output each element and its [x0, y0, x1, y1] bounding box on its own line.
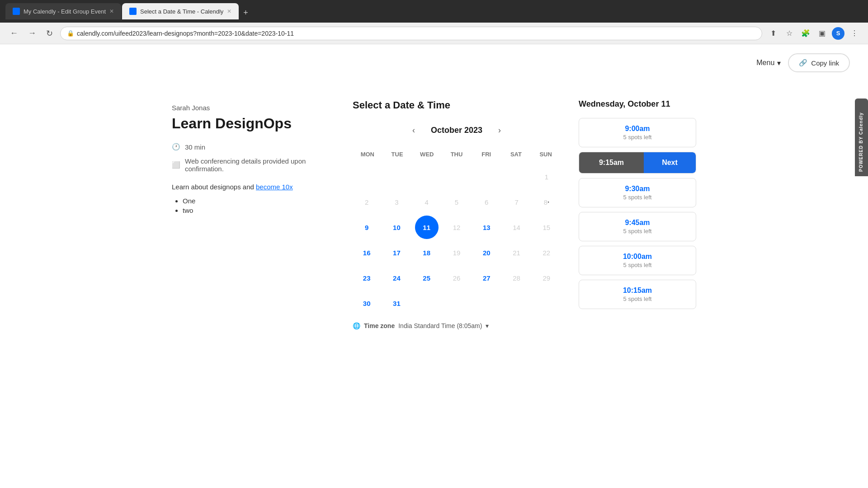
- calendar-day-selected[interactable]: 11: [415, 216, 439, 239]
- calendar-day-available[interactable]: 23: [355, 266, 378, 290]
- next-button[interactable]: Next: [644, 152, 696, 173]
- time-slot[interactable]: 10:15am 5 spots left: [579, 280, 696, 309]
- calendar-day-inactive: 15: [535, 216, 558, 239]
- copy-link-button[interactable]: 🔗 Copy link: [788, 53, 850, 72]
- organizer-name: Sarah Jonas: [172, 104, 326, 112]
- calendar-day-inactive: 8●: [535, 190, 558, 214]
- browser-tabs: My Calendly - Edit Group Event ✕ Select …: [5, 3, 252, 19]
- lock-icon: 🔒: [67, 30, 74, 37]
- share-icon[interactable]: ⬆: [767, 27, 779, 40]
- menu-label: Menu: [756, 59, 774, 67]
- weekday-wed: WED: [412, 147, 442, 161]
- calendar-day-available[interactable]: 13: [475, 216, 498, 239]
- event-title: Learn DesignOps: [172, 115, 326, 132]
- tab-close-2[interactable]: ✕: [227, 8, 231, 14]
- tab-label-1: My Calendly - Edit Group Event: [24, 8, 106, 15]
- calendar-day-available[interactable]: 9: [355, 216, 378, 239]
- calendar-day-inactive: 22: [535, 241, 558, 264]
- top-nav: Menu ▾ 🔗 Copy link: [0, 44, 868, 81]
- time-text: 10:00am: [585, 253, 689, 261]
- calendar-day-inactive: 6: [475, 190, 498, 214]
- list-item: One: [183, 197, 326, 205]
- prev-month-button[interactable]: ‹: [406, 122, 422, 138]
- menu-chevron-icon: ▾: [777, 59, 781, 67]
- weekday-sat: SAT: [501, 147, 531, 161]
- address-bar[interactable]: 🔒 calendly.com/uifeed2023/learn-designop…: [60, 27, 762, 40]
- time-slots-container: 9:00am 5 spots left 9:15am Next 9:30am 5…: [579, 118, 696, 309]
- calendar-days: 12345678●9101112131415161718192021222324…: [353, 165, 561, 315]
- time-slot[interactable]: 9:30am 5 spots left: [579, 178, 696, 207]
- time-slot-expanded[interactable]: 9:15am Next: [579, 152, 696, 174]
- calendar-day-inactive: 5: [445, 190, 468, 214]
- spots-text: 5 spots left: [585, 262, 689, 268]
- weekday-sun: SUN: [531, 147, 561, 161]
- timezone-section: 🌐 Time zone India Standard Time (8:05am)…: [353, 322, 561, 329]
- calendar-day-inactive: 3: [385, 190, 408, 214]
- browser-toolbar: ← → ↻ 🔒 calendly.com/uifeed2023/learn-de…: [0, 23, 868, 44]
- clock-icon: 🕐: [172, 143, 180, 151]
- calendar-day-inactive: 21: [505, 241, 528, 264]
- calendar-day-available[interactable]: 30: [355, 291, 378, 315]
- calendar-day-empty: [415, 165, 439, 188]
- page-content: Menu ▾ 🔗 Copy link Sarah Jonas Learn Des…: [0, 44, 868, 488]
- tab-edit-event[interactable]: My Calendly - Edit Group Event ✕: [5, 3, 121, 19]
- description-suffix: about designops and: [189, 183, 256, 191]
- calendar-day-available[interactable]: 31: [385, 291, 408, 315]
- calendar-day-empty: [505, 291, 528, 315]
- profile-avatar[interactable]: S: [832, 27, 844, 40]
- conferencing-detail: ⬜ Web conferencing details provided upon…: [172, 157, 326, 173]
- timezone-chevron-icon: ▾: [486, 322, 489, 329]
- calendar-weekdays: MON TUE WED THU FRI SAT SUN: [353, 147, 561, 161]
- time-slot-time[interactable]: 9:15am: [579, 152, 644, 173]
- more-options-icon[interactable]: ⋮: [848, 27, 861, 40]
- time-slot[interactable]: 9:45am 5 spots left: [579, 212, 696, 241]
- calendar-day-available[interactable]: 17: [385, 241, 408, 264]
- calendar-day-empty: [445, 291, 468, 315]
- list-item: two: [183, 206, 326, 214]
- calendar-day-empty: [505, 165, 528, 188]
- timezone-value: India Standard Time (8:05am): [398, 322, 482, 329]
- calendar-day-empty: [475, 165, 498, 188]
- back-button[interactable]: ←: [7, 27, 21, 40]
- description-prefix: Learn: [172, 183, 189, 191]
- sidebar-toggle-icon[interactable]: ▣: [816, 27, 828, 40]
- duration-detail: 🕐 30 min: [172, 143, 326, 151]
- calendly-badge: POWERED BY Calendly: [855, 99, 868, 176]
- extension-icon[interactable]: 🧩: [799, 27, 812, 40]
- time-text: 9:15am: [599, 159, 624, 167]
- calendar-day-available[interactable]: 27: [475, 266, 498, 290]
- next-month-button[interactable]: ›: [491, 122, 508, 138]
- time-slot[interactable]: 9:00am 5 spots left: [579, 118, 696, 147]
- time-slot[interactable]: 10:00am 5 spots left: [579, 246, 696, 275]
- tab-select-datetime[interactable]: Select a Date & Time - Calendly ✕: [122, 3, 239, 19]
- calendar-day-available[interactable]: 10: [385, 216, 408, 239]
- calendar-day-empty: [385, 165, 408, 188]
- duration-text: 30 min: [185, 143, 205, 151]
- new-tab-button[interactable]: +: [240, 6, 252, 19]
- copy-link-label: Copy link: [811, 59, 839, 67]
- calendar-day-inactive: 26: [445, 266, 468, 290]
- calendar-day-available[interactable]: 24: [385, 266, 408, 290]
- conferencing-text: Web conferencing details provided upon c…: [185, 157, 326, 173]
- calendar-day-inactive: 4: [415, 190, 439, 214]
- time-text: 9:45am: [585, 219, 689, 227]
- tab-close-1[interactable]: ✕: [109, 8, 114, 14]
- menu-button[interactable]: Menu ▾: [756, 59, 781, 67]
- calendar-day-inactive: 1: [535, 165, 558, 188]
- video-icon: ⬜: [172, 161, 180, 169]
- right-panel: Select a Date & Time ‹ October 2023 › MO…: [353, 99, 696, 329]
- refresh-button[interactable]: ↻: [43, 27, 56, 40]
- calendar-day-available[interactable]: 18: [415, 241, 439, 264]
- bookmark-icon[interactable]: ☆: [783, 27, 796, 40]
- calendar-day-inactive: 7: [505, 190, 528, 214]
- weekday-thu: THU: [442, 147, 472, 161]
- weekday-tue: TUE: [382, 147, 412, 161]
- browser-chrome: My Calendly - Edit Group Event ✕ Select …: [0, 0, 868, 23]
- calendar-day-inactive: 14: [505, 216, 528, 239]
- calendar-header: ‹ October 2023 ›: [353, 122, 561, 138]
- calendar-day-available[interactable]: 16: [355, 241, 378, 264]
- calendar-day-available[interactable]: 20: [475, 241, 498, 264]
- forward-button[interactable]: →: [25, 27, 39, 40]
- description-link[interactable]: become 10x: [256, 183, 293, 191]
- calendar-day-available[interactable]: 25: [415, 266, 439, 290]
